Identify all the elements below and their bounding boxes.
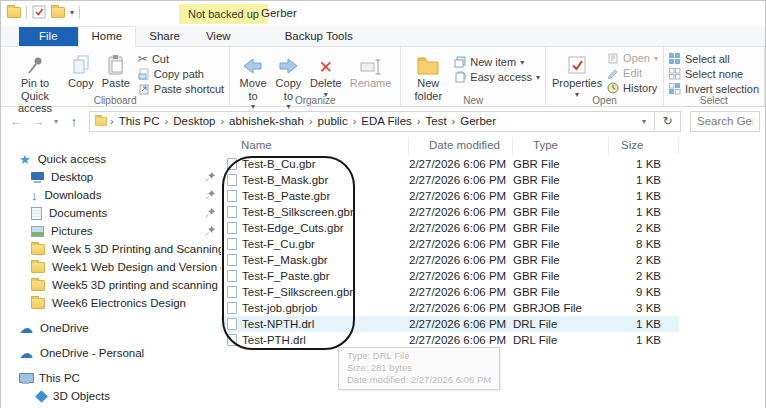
file-row[interactable]: Test-F_Mask.gbr2/27/2026 6:06 PMGBR File…: [221, 252, 679, 268]
tab-home[interactable]: Home: [78, 26, 137, 47]
pin-icon: [206, 171, 215, 183]
column-header-type[interactable]: Type: [513, 137, 609, 154]
address-bar[interactable]: ›This PC ›Desktop ›abhishek-shah ›public…: [89, 111, 655, 132]
tab-file[interactable]: File: [19, 27, 78, 46]
up-button[interactable]: ↑: [63, 114, 85, 129]
tab-share[interactable]: Share: [136, 27, 193, 46]
sidebar-item-week1-web[interactable]: Week1 Web Design and Version contro: [1, 258, 221, 276]
open-icon: [607, 52, 619, 64]
file-icon: [227, 318, 237, 330]
edit-button[interactable]: Edit: [607, 66, 658, 80]
cube-icon: [35, 390, 48, 403]
copy-path-button[interactable]: Copy path: [138, 67, 224, 81]
file-row[interactable]: Test-B_Cu.gbr2/27/2026 6:06 PMGBR File1 …: [221, 156, 679, 172]
file-icon: [227, 270, 237, 282]
sidebar-item-downloads[interactable]: ↓Downloads: [1, 186, 221, 204]
properties-button[interactable]: Properties▾: [551, 49, 603, 99]
invert-selection-button[interactable]: Invert selection: [669, 82, 759, 96]
file-row[interactable]: Test-F_Silkscreen.gbr2/27/2026 6:06 PMGB…: [221, 284, 679, 300]
column-header-name[interactable]: Name: [221, 137, 409, 154]
search-input[interactable]: [690, 111, 760, 132]
properties-icon: [566, 51, 588, 76]
sidebar-item-this-pc[interactable]: This PC: [1, 369, 221, 387]
folder-icon: [31, 280, 45, 291]
copy-path-icon: [138, 68, 150, 80]
sidebar-item-documents[interactable]: Documents: [1, 204, 221, 222]
sidebar-item-week6-electronics[interactable]: Week6 Electronics Design: [1, 294, 221, 312]
easy-access-button[interactable]: Easy access▾: [454, 70, 540, 84]
file-icon: [227, 174, 237, 186]
tooltip-date: Date modified: 2/27/2026 6:06 PM: [347, 374, 491, 386]
window-title: Gerber: [261, 7, 297, 19]
sidebar-item-pictures[interactable]: Pictures: [1, 222, 221, 240]
sidebar-item-week5-lower[interactable]: Week5 3D printing and scanning: [1, 276, 221, 294]
refresh-icon: ↻: [662, 114, 672, 128]
recent-locations-icon[interactable]: ▾: [49, 117, 63, 126]
back-button[interactable]: ←: [5, 114, 27, 129]
file-icon: [227, 254, 237, 266]
breadcrumb-eda-files[interactable]: EDA Files: [358, 115, 415, 127]
column-header-date[interactable]: Date modified: [409, 137, 513, 154]
file-row[interactable]: Test-F_Cu.gbr2/27/2026 6:06 PMGBR File8 …: [221, 236, 679, 252]
edit-icon: [607, 67, 619, 79]
group-label-organize: Organize: [230, 95, 400, 106]
refresh-button[interactable]: ↻: [655, 111, 681, 132]
folder-icon: [31, 244, 45, 255]
pin-icon: [206, 207, 215, 219]
file-row[interactable]: Test-job.gbrjob2/27/2026 6:06 PMGBRJOB F…: [221, 300, 679, 316]
open-button[interactable]: Open▾: [607, 51, 658, 65]
sidebar-item-week5-printing[interactable]: Week 5 3D Printing and Scanning: [1, 240, 221, 258]
paste-shortcut-button[interactable]: Paste shortcut: [138, 82, 224, 96]
select-none-button[interactable]: Select none: [669, 67, 759, 81]
ribbon-group-organize: Move to▾ Copy to▾ ✕ Delete▾ Rename Organ…: [230, 47, 401, 106]
ribbon-group-clipboard: Pin to Quick access Copy Paste ✂Cut Copy…: [1, 47, 230, 106]
file-row[interactable]: Test-B_Mask.gbr2/27/2026 6:06 PMGBR File…: [221, 172, 679, 188]
qat-properties-icon[interactable]: [32, 5, 46, 19]
history-button[interactable]: History: [607, 81, 658, 95]
breadcrumb-desktop[interactable]: Desktop: [170, 115, 218, 127]
tooltip-size: Size: 281 bytes: [347, 362, 491, 374]
breadcrumb-user[interactable]: abhishek-shah: [226, 115, 307, 127]
paste-button[interactable]: Paste: [98, 49, 134, 90]
pin-icon: [206, 225, 215, 237]
address-dropdown-icon[interactable]: ▾: [638, 117, 650, 126]
new-item-button[interactable]: New item▾: [454, 55, 540, 69]
breadcrumb-gerber[interactable]: Gerber: [457, 115, 499, 127]
group-label-open: Open: [546, 95, 663, 106]
select-all-button[interactable]: Select all: [669, 52, 759, 66]
file-row[interactable]: Test-F_Paste.gbr2/27/2026 6:06 PMGBR Fil…: [221, 268, 679, 284]
scissors-icon: ✂: [138, 52, 148, 66]
tab-view[interactable]: View: [193, 27, 244, 46]
copy-button[interactable]: Copy: [64, 49, 98, 90]
qat-dropdown-icon[interactable]: ▾: [70, 8, 74, 17]
forward-button[interactable]: →: [27, 114, 49, 129]
breadcrumb-this-pc[interactable]: This PC: [116, 115, 163, 127]
file-row[interactable]: Test-B_Paste.gbr2/27/2026 6:06 PMGBR Fil…: [221, 188, 679, 204]
document-icon: [31, 207, 42, 220]
qat-folder2-icon[interactable]: [51, 7, 65, 18]
column-headers: Name Date modified Type Size: [221, 135, 765, 156]
tab-backup-tools[interactable]: Backup Tools: [272, 27, 366, 46]
file-row[interactable]: Test-B_Silkscreen.gbr2/27/2026 6:06 PMGB…: [221, 204, 679, 220]
sidebar-item-3d-objects[interactable]: 3D Objects: [1, 387, 221, 405]
file-row[interactable]: Test-Edge_Cuts.gbr2/27/2026 6:06 PMGBR F…: [221, 220, 679, 236]
column-header-size[interactable]: Size: [609, 137, 679, 154]
breadcrumb-public[interactable]: public: [315, 115, 351, 127]
sidebar-item-onedrive-personal[interactable]: ☁OneDrive - Personal: [1, 344, 221, 362]
file-row-hovered[interactable]: Test-NPTH.drl2/27/2026 6:06 PMDRL File1 …: [221, 316, 679, 332]
file-icon: [227, 222, 237, 234]
cut-button[interactable]: ✂Cut: [138, 52, 224, 66]
qat-folder-icon[interactable]: [7, 7, 21, 18]
breadcrumb-test[interactable]: Test: [423, 115, 450, 127]
new-item-icon: [454, 56, 466, 68]
explorer-window: ▾ Not backed up Gerber File Home Share V…: [0, 0, 766, 408]
file-row[interactable]: Test-PTH.drl2/27/2026 6:06 PMDRL File1 K…: [221, 332, 679, 348]
copy-to-icon: [277, 51, 299, 76]
pictures-icon: [31, 226, 44, 237]
sidebar-item-quick-access[interactable]: ★Quick access: [1, 150, 221, 168]
rename-button[interactable]: Rename: [346, 49, 396, 90]
sidebar-item-onedrive[interactable]: ☁OneDrive: [1, 319, 221, 337]
folder-icon: [31, 262, 45, 273]
sidebar-item-desktop[interactable]: Desktop: [1, 168, 221, 186]
delete-button[interactable]: ✕ Delete▾: [306, 49, 346, 99]
